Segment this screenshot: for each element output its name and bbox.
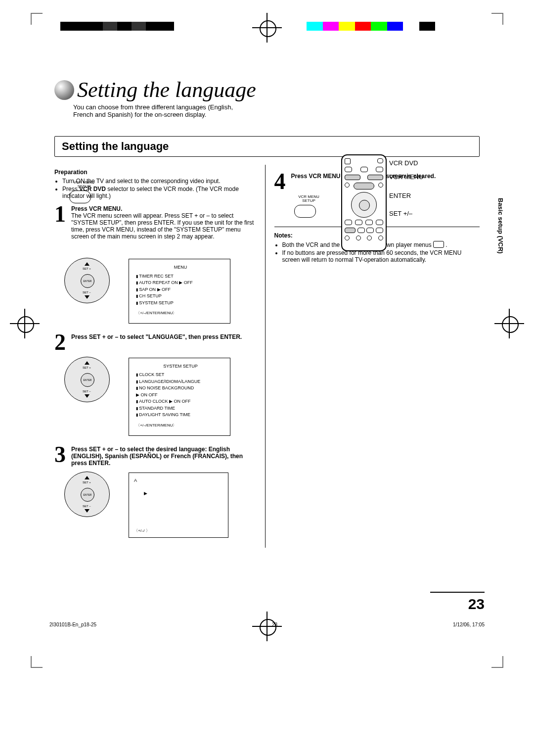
remote-label: VCR DVD bbox=[389, 159, 418, 167]
crop-mark bbox=[31, 656, 43, 668]
footer-meta: 2I30101B-En_p18-25 23 1/12/06, 17:05 bbox=[49, 622, 485, 627]
vcr-menu-button-icon bbox=[294, 205, 316, 218]
remote-diagram: VCR DVD VCR MENU ENTER SET +/– bbox=[341, 154, 387, 251]
vcr-menu-button-label2: SETUP bbox=[294, 199, 324, 203]
crop-mark bbox=[31, 13, 43, 25]
remote-label: SET +/– bbox=[389, 210, 412, 217]
osd-menu-2: SYSTEM SETUP CLOCK SET LANGUAGE/IDIOMA/L… bbox=[129, 358, 230, 436]
registration-bar-gray bbox=[60, 22, 174, 31]
dpad-diagram: SET + SET – ENTER bbox=[64, 258, 110, 303]
crosshair-left bbox=[10, 309, 40, 338]
step-number-1: 1 bbox=[54, 205, 71, 240]
dpad-diagram: SET + SET – ENTER bbox=[64, 472, 110, 517]
page-title: Setting the language bbox=[54, 77, 480, 102]
step1-heading: Press VCR MENU. bbox=[71, 205, 122, 212]
crop-mark bbox=[491, 656, 503, 668]
crosshair-right bbox=[494, 309, 524, 338]
crop-mark bbox=[491, 13, 503, 25]
remote-label: VCR MENU bbox=[389, 173, 423, 181]
step-number-3: 3 bbox=[54, 446, 71, 467]
left-column: Preparation Turn ON the TV and select to… bbox=[54, 165, 266, 548]
remote-label: ENTER bbox=[389, 192, 411, 199]
registration-bar-color bbox=[307, 22, 435, 31]
intro-text: You can choose from three different lang… bbox=[54, 103, 246, 118]
preparation-heading: Preparation bbox=[54, 169, 260, 176]
sidebar-tab-label: Basic setup (VCR) bbox=[497, 198, 504, 254]
step-number-4: 4 bbox=[274, 173, 291, 191]
menu-icon bbox=[433, 241, 444, 248]
section-heading: Setting the language bbox=[54, 136, 480, 157]
crosshair-top bbox=[252, 13, 282, 43]
page-number: 23 bbox=[468, 596, 485, 613]
step2-heading: Press SET + or – to select "LANGUAGE", t… bbox=[71, 333, 260, 352]
step1-body: The VCR menu screen will appear. Press S… bbox=[71, 212, 254, 240]
osd-menu-1: MENU TIMER REC SET AUTO REPEAT ON ▶ OFF … bbox=[129, 259, 230, 324]
step3-heading: Press SET + or – to select the desired l… bbox=[71, 446, 260, 467]
title-sphere-icon bbox=[54, 80, 74, 100]
step-number-2: 2 bbox=[54, 333, 71, 352]
osd-menu-3: A ▶ 〈+/–/ 〉 bbox=[129, 472, 228, 538]
dpad-diagram: SET + SET – ENTER bbox=[64, 357, 110, 402]
